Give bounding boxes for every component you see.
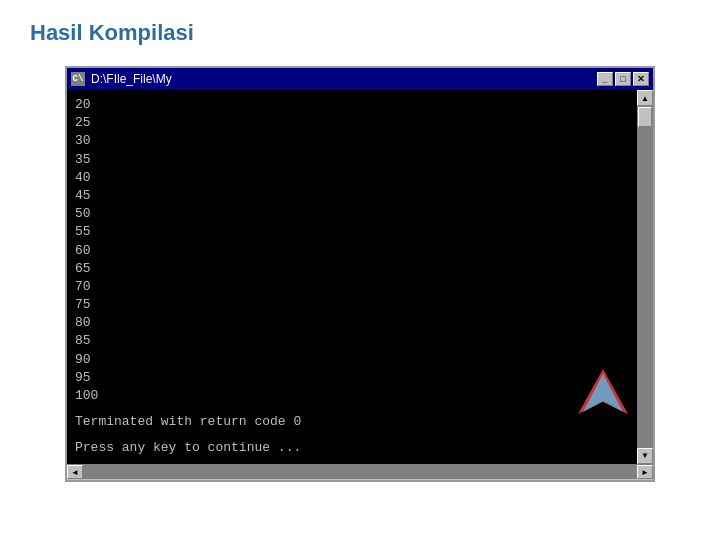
arrow-decoration — [573, 364, 633, 424]
scroll-track — [637, 106, 653, 448]
console-body: 20 25 30 35 40 45 50 55 60 65 70 75 80 8… — [67, 90, 653, 464]
h-scroll-track — [83, 465, 637, 479]
output-numbers: 20 25 30 35 40 45 50 55 60 65 70 75 80 8… — [75, 96, 645, 405]
bottom-bar: ◄ ► — [67, 464, 653, 480]
status-line2: Press any key to continue ... — [75, 439, 645, 457]
page-title: Hasil Kompilasi — [30, 20, 690, 46]
title-bar-left: C\ D:\FIle_File\My — [71, 72, 172, 86]
title-bar-buttons: _ □ ✕ — [597, 72, 649, 86]
cmd-icon: C\ — [71, 72, 85, 86]
title-bar: C\ D:\FIle_File\My _ □ ✕ — [67, 68, 653, 90]
vertical-scrollbar[interactable]: ▲ ▼ — [637, 90, 653, 464]
svg-marker-1 — [583, 374, 623, 412]
scroll-down-button[interactable]: ▼ — [637, 448, 653, 464]
status-line1: Terminated with return code 0 — [75, 413, 645, 431]
cmd-window: C\ D:\FIle_File\My _ □ ✕ 20 25 30 35 40 … — [65, 66, 655, 482]
scroll-right-button[interactable]: ► — [637, 465, 653, 479]
close-button[interactable]: ✕ — [633, 72, 649, 86]
window-title: D:\FIle_File\My — [91, 72, 172, 86]
minimize-button[interactable]: _ — [597, 72, 613, 86]
scroll-left-button[interactable]: ◄ — [67, 465, 83, 479]
scroll-thumb[interactable] — [638, 107, 652, 127]
scroll-up-button[interactable]: ▲ — [637, 90, 653, 106]
maximize-button[interactable]: □ — [615, 72, 631, 86]
